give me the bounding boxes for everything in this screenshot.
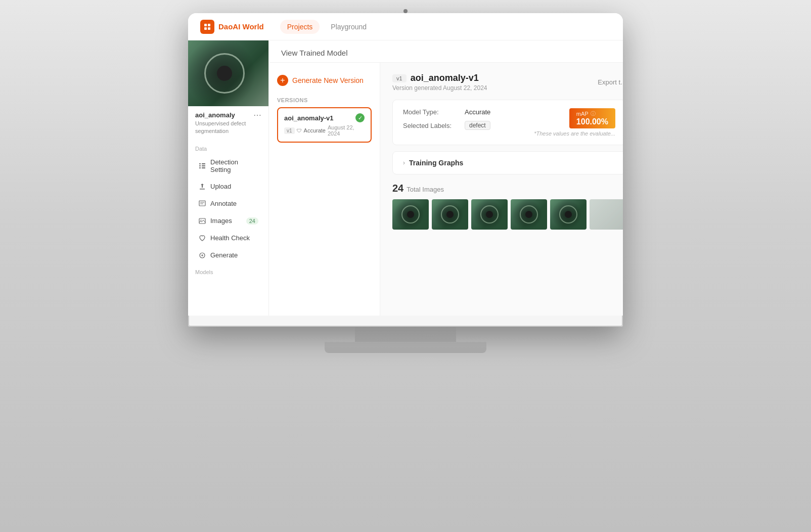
model-type-item: Model Type: Accurate [403, 108, 490, 116]
monitor-stand-base [325, 342, 486, 353]
model-title-row: v1 aoi_anomaly-v1 [392, 73, 487, 83]
thumbnail-3[interactable] [471, 199, 508, 230]
upload-icon [198, 183, 206, 191]
svg-rect-5 [202, 163, 205, 164]
health-check-label: Health Check [210, 234, 250, 242]
sidebar: aoi_anomaly Unsupervised defect segmenta… [188, 40, 269, 316]
svg-point-15 [201, 219, 202, 220]
detail-header: v1 aoi_anomaly-v1 Version generated Augu… [392, 73, 623, 92]
metric-value: 100.00% [576, 117, 608, 126]
thumbnail-6[interactable] [590, 199, 623, 230]
thumbnail-5[interactable] [550, 199, 587, 230]
images-label: Images [210, 217, 232, 225]
svg-rect-6 [199, 165, 201, 166]
dots-menu[interactable]: ⋯ [253, 111, 261, 119]
versions-area: + Generate New Version VERSIONS aoi_anom… [269, 63, 623, 316]
svg-rect-7 [202, 165, 205, 166]
training-graphs-card[interactable]: › Training Graphs [392, 151, 623, 174]
chevron-right-icon: › [403, 159, 405, 166]
annotate-icon [198, 200, 206, 208]
version-meta: v1 🛡 Accurate August 22, 2024 [284, 124, 365, 137]
sidebar-item-detection-setting[interactable]: Detection Setting [191, 154, 265, 178]
monitor-screen: DaoAI World Projects Playground [188, 13, 623, 327]
model-type-value: Accurate [465, 108, 490, 116]
generate-new-version-button[interactable]: + Generate New Version [277, 71, 372, 90]
svg-rect-8 [199, 167, 201, 168]
svg-rect-1 [208, 24, 210, 26]
project-desc: Unsupervised defect segmentation [195, 120, 253, 136]
annotate-label: Annotate [210, 200, 237, 207]
sidebar-project-image [188, 40, 268, 106]
monitor-dot [403, 9, 408, 13]
svg-rect-10 [200, 189, 205, 190]
app-container: DaoAI World Projects Playground [188, 13, 623, 316]
export-button[interactable]: Export t... [598, 78, 623, 86]
images-icon [198, 217, 206, 225]
nav-link-playground[interactable]: Playground [324, 20, 374, 34]
image-inner-circle [217, 66, 232, 81]
images-section: 24 Total Images [392, 183, 623, 230]
model-info-left: Model Type: Accurate Selected Labels: de… [403, 108, 490, 130]
detail-version-badge: v1 [392, 74, 407, 82]
shield-icon: 🛡 [297, 128, 302, 134]
generate-icon [198, 251, 206, 259]
images-label: Total Images [407, 186, 444, 193]
selected-labels-value: defect [465, 121, 490, 130]
health-icon [198, 234, 206, 242]
upload-label: Upload [210, 183, 231, 190]
generate-label: Generate [210, 251, 238, 259]
nav-links: Projects Playground [280, 20, 374, 34]
sidebar-item-annotate[interactable]: Annotate [191, 196, 265, 212]
training-graphs-label: Training Graphs [409, 159, 463, 167]
metrics-note: *These values are the evaluate... [534, 130, 615, 137]
sidebar-item-images[interactable]: Images 24 [191, 213, 265, 229]
sidebar-item-upload[interactable]: Upload [191, 179, 265, 195]
version-accurate: Accurate [304, 127, 326, 134]
project-name: aoi_anomaly [195, 111, 253, 119]
thumbnail-1[interactable] [392, 199, 429, 230]
plus-icon: + [277, 75, 288, 86]
svg-rect-4 [199, 163, 201, 164]
sidebar-project-info: aoi_anomaly Unsupervised defect segmenta… [188, 106, 268, 141]
version-tag: v1 [284, 127, 295, 134]
model-name: aoi_anomaly-v1 [411, 73, 479, 83]
model-info-card: Model Type: Accurate Selected Labels: de… [392, 100, 623, 145]
version-date: August 22, 2024 [328, 124, 365, 137]
detail-panel: v1 aoi_anomaly-v1 Version generated Augu… [380, 63, 623, 316]
images-header: 24 Total Images [392, 183, 623, 194]
version-card-name: aoi_anomaly-v1 [284, 114, 334, 122]
thumbnail-2[interactable] [432, 199, 468, 230]
sidebar-item-generate[interactable]: Generate [191, 247, 265, 263]
list-icon [198, 162, 206, 170]
model-type-label: Model Type: [403, 108, 459, 116]
versions-label: VERSIONS [277, 97, 372, 103]
models-section-label: Models [188, 264, 268, 277]
image-thumbnails [392, 199, 623, 230]
monitor-stand-top [355, 327, 456, 342]
metric-label: mAP ⓘ [576, 110, 608, 117]
sidebar-item-health-check[interactable]: Health Check [191, 230, 265, 246]
nav-link-projects[interactable]: Projects [280, 20, 320, 34]
selected-labels-item: Selected Labels: defect [403, 121, 490, 130]
selected-labels-label: Selected Labels: [403, 122, 459, 129]
svg-rect-9 [202, 167, 205, 168]
metric-block: mAP ⓘ 100.00% [569, 108, 615, 128]
images-count: 24 [392, 183, 403, 194]
metrics-area: mAP ⓘ 100.00% *These values are the eval… [534, 108, 615, 137]
svg-rect-11 [199, 201, 205, 206]
versions-panel: + Generate New Version VERSIONS aoi_anom… [269, 63, 380, 316]
content-area: View Trained Model + Generate New Versio… [269, 40, 623, 316]
content-header: View Trained Model [269, 40, 623, 63]
svg-rect-3 [208, 27, 210, 30]
detection-setting-label: Detection Setting [210, 158, 258, 173]
version-check-icon: ✓ [355, 113, 365, 122]
logo-icon [200, 20, 214, 34]
thumbnail-4[interactable] [511, 199, 547, 230]
nav-logo[interactable]: DaoAI World [200, 20, 264, 34]
version-card-header: aoi_anomaly-v1 ✓ [284, 113, 365, 122]
top-nav: DaoAI World Projects Playground [188, 13, 623, 40]
generate-btn-label: Generate New Version [292, 76, 364, 84]
model-info-row: Model Type: Accurate Selected Labels: de… [403, 108, 615, 137]
version-card[interactable]: aoi_anomaly-v1 ✓ v1 🛡 Accurate August 22… [277, 107, 372, 143]
info-icon: ⓘ [591, 110, 596, 117]
